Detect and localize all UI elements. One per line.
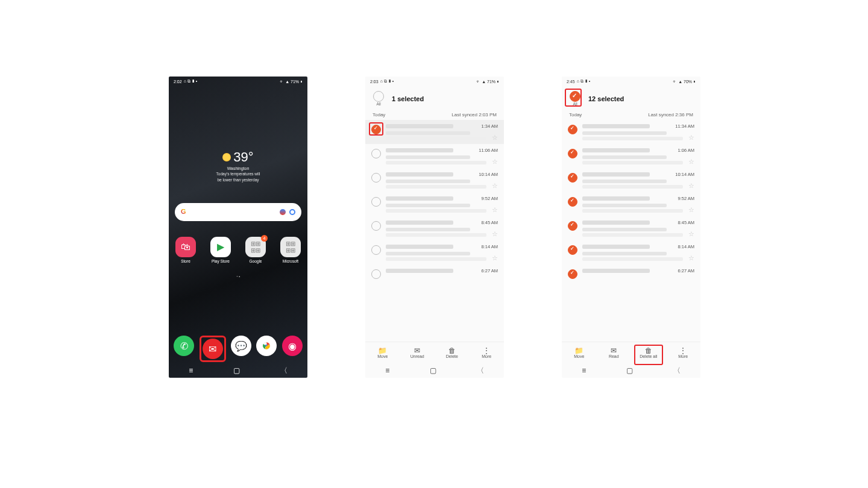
star-icon[interactable]: ☆ — [688, 254, 694, 262]
selected-count: 1 selected — [392, 95, 424, 102]
checkbox-icon[interactable] — [568, 245, 577, 255]
email-item[interactable]: 6:27 AM — [562, 264, 700, 283]
email-item[interactable]: 11:34 AM☆ — [562, 120, 700, 144]
star-icon[interactable]: ☆ — [492, 254, 498, 262]
checkbox-icon[interactable] — [568, 197, 577, 207]
action-more[interactable]: ⋮More — [473, 347, 500, 358]
action-delete-all[interactable]: 🗑Delete all — [635, 347, 662, 358]
nav-back[interactable]: 〈 — [477, 366, 484, 376]
bottom-action-bar: 📁Move ✉Unread 🗑Delete ⋮More — [365, 342, 504, 363]
email-item[interactable]: 1:34 AM ☆ — [365, 120, 504, 144]
weather-line2: be lower than yesterday — [169, 178, 307, 183]
chrome-icon — [262, 342, 271, 350]
nav-bar: ≡ ▢ 〈 — [169, 363, 307, 378]
checkbox-icon[interactable] — [371, 197, 381, 207]
status-time: 2:02 — [174, 80, 182, 84]
app-store[interactable]: 🛍Store — [174, 237, 198, 263]
nav-recents[interactable]: ≡ — [189, 366, 193, 375]
section-today: TodayLast synced 2:36 PM — [562, 110, 700, 120]
dock-camera[interactable]: ◉ — [282, 336, 303, 356]
lens-icon[interactable] — [289, 209, 295, 215]
app-microsoft-folder[interactable]: ⊞⊞⊞⊞Microsoft — [278, 237, 303, 263]
weather-city: Washington — [169, 166, 307, 170]
action-more[interactable]: ⋮More — [670, 347, 696, 358]
email-item[interactable]: 6:27 AM — [365, 264, 504, 283]
email-item[interactable]: 9:52 AM☆ — [365, 192, 504, 216]
star-icon[interactable]: ☆ — [688, 206, 694, 214]
action-move[interactable]: 📁Move — [370, 347, 396, 358]
select-all[interactable]: All — [568, 91, 582, 106]
action-unread[interactable]: ✉Unread — [404, 347, 430, 358]
nav-recents[interactable]: ≡ — [582, 366, 586, 375]
checkbox-icon[interactable] — [371, 173, 381, 183]
checkbox-icon[interactable] — [568, 221, 577, 231]
nav-bar: ≡ ▢ 〈 — [562, 363, 700, 378]
google-search-bar[interactable] — [175, 203, 301, 221]
weather-line1: Today's temperatures will — [169, 172, 307, 177]
mic-icon[interactable] — [280, 209, 286, 215]
email-item[interactable]: 8:14 AM☆ — [365, 240, 504, 264]
section-today: TodayLast synced 2:03 PM — [365, 110, 504, 120]
status-icons-right: ᯤ ▲ 71% ▮ — [280, 80, 303, 84]
email-item[interactable]: 10:14 AM☆ — [365, 168, 504, 192]
star-icon[interactable]: ☆ — [688, 182, 694, 190]
nav-back[interactable]: 〈 — [280, 366, 288, 376]
selected-count: 12 selected — [588, 95, 624, 102]
nav-home[interactable]: ▢ — [430, 366, 436, 375]
weather-temp: 39° — [233, 149, 253, 165]
sun-icon — [222, 153, 231, 161]
star-icon[interactable]: ☆ — [492, 206, 498, 214]
phone-home-screen: 2:02⌂ ⧉ ▮ • ᯤ ▲ 71% ▮ 39° Washington Tod… — [169, 77, 307, 378]
email-item[interactable]: 8:45 AM☆ — [365, 216, 504, 240]
google-g-icon — [181, 208, 189, 216]
nav-bar: ≡ ▢ 〈 — [365, 363, 504, 378]
status-bar: 2:45⌂ ⧉ ▮ • ᯤ ▲ 70% ▮ — [562, 77, 700, 86]
star-icon[interactable]: ☆ — [688, 134, 694, 142]
badge-count: 4 — [261, 235, 268, 242]
checkbox-icon[interactable] — [568, 125, 577, 134]
phone-email-12selected: 2:45⌂ ⧉ ▮ • ᯤ ▲ 70% ▮ All 12 selected To… — [562, 77, 700, 378]
selection-header: All 12 selected — [562, 86, 700, 107]
dock-email[interactable]: ✉ — [203, 339, 223, 359]
weather-widget[interactable]: 39° Washington Today's temperatures will… — [169, 149, 307, 183]
star-icon[interactable]: ☆ — [688, 158, 694, 166]
checkbox-icon[interactable] — [371, 149, 381, 158]
status-bar: 2:02⌂ ⧉ ▮ • ᯤ ▲ 71% ▮ — [169, 77, 307, 86]
app-play-store[interactable]: ▶Play Store — [209, 237, 233, 263]
email-item[interactable]: 11:06 AM☆ — [365, 144, 504, 168]
checkbox-icon[interactable] — [371, 125, 381, 134]
nav-back[interactable]: 〈 — [673, 366, 681, 376]
checkbox-icon[interactable] — [371, 269, 381, 279]
email-item[interactable]: 10:14 AM☆ — [562, 168, 700, 192]
select-all[interactable]: All — [371, 91, 386, 106]
app-google-folder[interactable]: ⊞⊞⊞⊞4Google — [244, 237, 268, 263]
app-row: 🛍Store ▶Play Store ⊞⊞⊞⊞4Google ⊞⊞⊞⊞Micro… — [169, 237, 307, 263]
star-icon[interactable]: ☆ — [492, 182, 498, 190]
action-move[interactable]: 📁Move — [566, 347, 593, 358]
star-icon[interactable]: ☆ — [688, 230, 694, 238]
status-icons-left: ⌂ ⧉ ▮ • — [184, 79, 198, 84]
dock-chrome[interactable] — [256, 336, 277, 356]
nav-home[interactable]: ▢ — [626, 366, 633, 375]
checkbox-icon[interactable] — [371, 245, 381, 255]
action-delete[interactable]: 🗑Delete — [439, 347, 465, 358]
email-item[interactable]: 9:52 AM☆ — [562, 192, 700, 216]
email-item[interactable]: 1:06 AM☆ — [562, 144, 700, 168]
star-icon[interactable]: ☆ — [492, 134, 498, 142]
action-read[interactable]: ✉Read — [600, 347, 627, 358]
checkbox-icon[interactable] — [568, 149, 577, 158]
bottom-action-bar: 📁Move ✉Read 🗑Delete all ⋮More — [562, 342, 700, 363]
checkbox-icon[interactable] — [371, 221, 381, 231]
checkbox-icon[interactable] — [568, 173, 577, 183]
star-icon[interactable]: ☆ — [492, 230, 498, 238]
page-indicator: ⁃ • — [169, 274, 307, 278]
dock-phone[interactable]: ✆ — [174, 336, 194, 356]
checkbox-icon[interactable] — [568, 269, 577, 279]
nav-recents[interactable]: ≡ — [385, 366, 389, 375]
dock-messages[interactable]: 💬 — [231, 336, 251, 356]
phone-email-1selected: 2:03⌂ ⧉ ▮ • ᯤ ▲ 71% ▮ All 1 selected Tod… — [365, 77, 504, 378]
email-item[interactable]: 8:45 AM☆ — [562, 216, 700, 240]
star-icon[interactable]: ☆ — [492, 158, 498, 166]
nav-home[interactable]: ▢ — [233, 366, 240, 375]
email-item[interactable]: 8:14 AM☆ — [562, 240, 700, 264]
